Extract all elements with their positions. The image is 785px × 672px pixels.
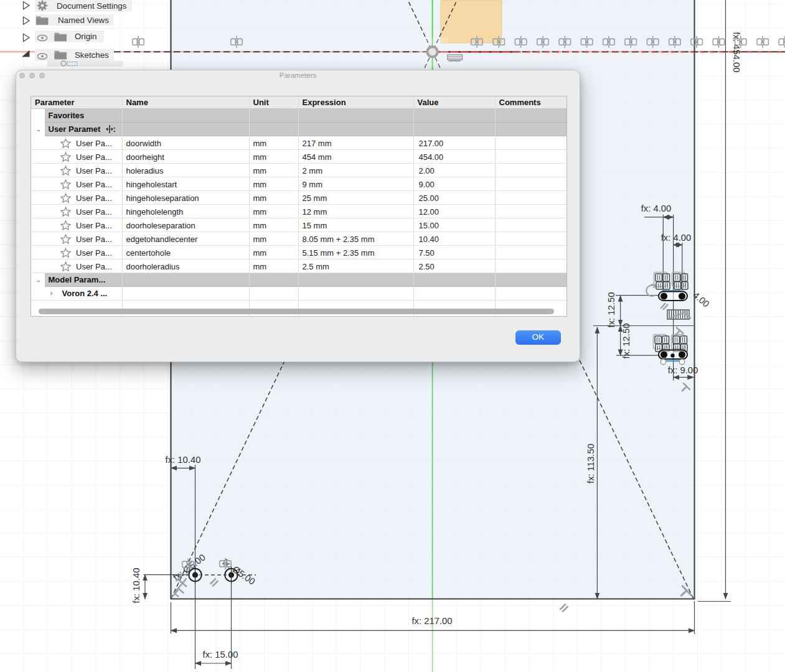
svg-text:fx: 9.00: fx: 9.00 [668, 365, 698, 375]
svg-text:fx: 4.00: fx: 4.00 [661, 233, 692, 243]
svg-text:fx: 12.50: fx: 12.50 [606, 292, 616, 328]
svg-text:fx: 113.50: fx: 113.50 [586, 444, 596, 483]
svg-text:fx: 454.00: fx: 454.00 [731, 32, 741, 73]
svg-text:fx: 10.40: fx: 10.40 [166, 455, 201, 465]
svg-text:fx: 217.00: fx: 217.00 [412, 616, 453, 626]
svg-text:fx: 4.00: fx: 4.00 [641, 203, 672, 213]
svg-text:fx: 10.40: fx: 10.40 [131, 568, 141, 604]
svg-text:fx: 15.00: fx: 15.00 [203, 650, 238, 660]
svg-text:fx: 12.50: fx: 12.50 [621, 324, 631, 359]
